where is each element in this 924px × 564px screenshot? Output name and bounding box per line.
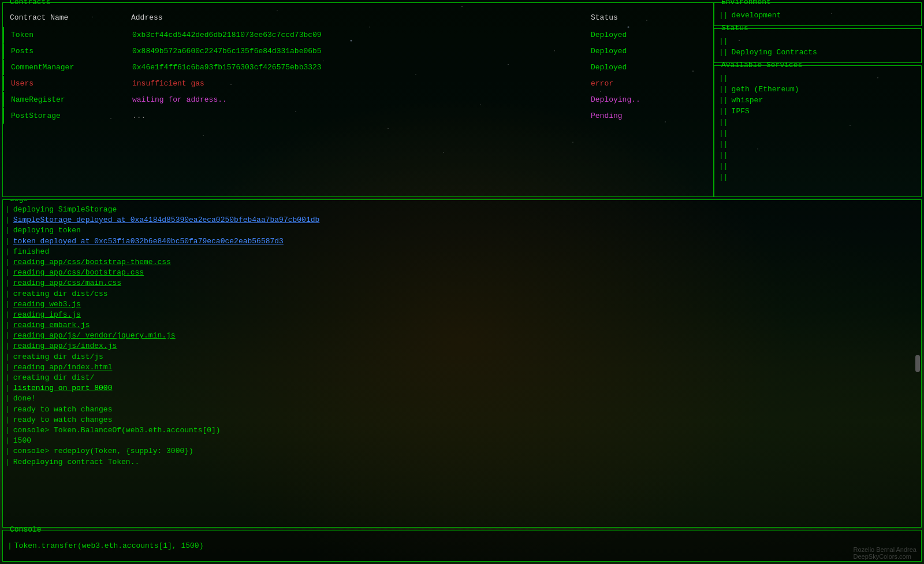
log-text: console> redeploy(Token, {supply: 3000}) <box>13 446 193 457</box>
pipe-icon: || <box>719 162 728 170</box>
contract-status-posts: Deployed <box>591 47 706 55</box>
table-header: Contract Name Address Status <box>3 9 713 27</box>
list-item: | reading app/css/bootstrap.css <box>5 268 919 278</box>
log-text: reading app/css/bootstrap-theme.css <box>13 257 171 268</box>
pipe-icon: || <box>719 85 728 94</box>
log-pipe-icon: | <box>5 457 10 467</box>
pipe-icon: || <box>719 118 728 127</box>
environment-title: Environment <box>719 0 773 6</box>
log-text: reading ipfs.js <box>13 310 81 320</box>
log-text: listening on port 8000 <box>13 383 113 394</box>
contract-address-nameregister: waiting for address.. <box>126 95 591 104</box>
status-panel: Status || || Deploying Contracts <box>714 28 922 63</box>
contract-status-poststorage: Pending <box>591 112 706 120</box>
pipe-icon: || <box>719 129 728 138</box>
scrollbar[interactable] <box>915 355 920 372</box>
log-text: Redeploying contract Token.. <box>13 457 139 467</box>
log-pipe-icon: | <box>5 289 10 299</box>
contract-status-users: error <box>591 79 706 88</box>
log-text: creating dir dist/css <box>13 289 108 299</box>
list-item: | 1500 <box>5 436 919 446</box>
contract-name-poststorage: PostStorage <box>11 112 126 120</box>
log-pipe-icon: | <box>5 446 10 457</box>
pipe-icon: || <box>719 48 728 57</box>
service-row-geth: || geth (Ethereum) <box>719 84 916 95</box>
console-panel: Console | Rozelio Bernal AndreaDeepSkyCo… <box>2 530 922 562</box>
list-item: | reading app/js/index.js <box>5 341 919 351</box>
list-item: | reading app/css/main.css <box>5 278 919 288</box>
log-pipe-icon: | <box>5 215 10 225</box>
logs-content: | deploying SimpleStorage | SimpleStorag… <box>3 200 921 510</box>
pipe-icon: || <box>719 151 728 159</box>
log-pipe-icon: | <box>5 425 10 436</box>
services-panel: Available Services || || geth (Ethereum)… <box>714 65 922 197</box>
environment-row: || development <box>719 10 916 21</box>
logs-panel: Logs | deploying SimpleStorage | SimpleS… <box>2 199 922 528</box>
list-item: | finished <box>5 247 919 257</box>
list-item: | reading app/index.html <box>5 362 919 373</box>
pipe-icon: || <box>719 107 728 116</box>
contract-name-users: Users <box>11 79 126 88</box>
contract-name-token: Token <box>11 31 126 39</box>
log-pipe-icon: | <box>5 247 10 257</box>
log-pipe-icon: | <box>5 383 10 394</box>
log-text: finished <box>13 247 49 257</box>
header-status: Status <box>591 13 706 22</box>
log-pipe-icon: | <box>5 394 10 404</box>
log-pipe-icon: | <box>5 268 10 278</box>
contract-address-commentmanager: 0x46e1f4ff61c6ba93fb1576303cf426575ebb33… <box>126 63 591 72</box>
services-empty-row: || <box>719 73 916 84</box>
log-text: done! <box>13 394 36 404</box>
contract-status-token: Deployed <box>591 31 706 39</box>
log-text: reading app/js/index.js <box>13 341 117 351</box>
list-item: | console> redeploy(Token, {supply: 3000… <box>5 446 919 457</box>
list-item: | SimpleStorage deployed at 0xa4184d8539… <box>5 215 919 225</box>
table-row: CommentManager 0x46e1f4ff61c6ba93fb15763… <box>3 60 713 75</box>
list-item: | token deployed at 0xc53f1a032b6e840bc5… <box>5 236 919 247</box>
service-whisper: whisper <box>732 96 763 105</box>
log-text: ready to watch changes <box>13 415 113 425</box>
log-pipe-icon: | <box>5 373 10 383</box>
contract-status-commentmanager: Deployed <box>591 63 706 72</box>
list-item: | reading ipfs.js <box>5 310 919 320</box>
table-row: NameRegister waiting for address.. Deplo… <box>3 92 713 107</box>
contract-address-posts: 0x8849b572a6600c2247b6c135f6e84d331abe06… <box>126 47 591 55</box>
console-input[interactable] <box>14 541 916 550</box>
service-ipfs: IPFS <box>732 107 750 116</box>
list-item: | Redeploying contract Token.. <box>5 457 919 467</box>
header-address: Address <box>125 13 591 22</box>
list-item: | console> Token.BalanceOf(web3.eth.acco… <box>5 425 919 436</box>
table-row: PostStorage ... Pending <box>3 108 713 124</box>
log-text: reading web3.js <box>13 299 81 310</box>
service-geth: geth (Ethereum) <box>732 85 799 94</box>
log-pipe-icon: | <box>5 236 10 247</box>
log-pipe-icon: | <box>5 352 10 362</box>
contracts-table: Contract Name Address Status Token 0xb3c… <box>3 3 713 124</box>
log-text: deploying token <box>13 225 81 236</box>
list-item: | deploying token <box>5 225 919 236</box>
contracts-panel: Contracts Contract Name Address Status T… <box>2 2 714 197</box>
status-title: Status <box>719 24 751 32</box>
log-pipe-icon: | <box>5 278 10 288</box>
environment-value: development <box>732 11 781 20</box>
log-text: reading embark.js <box>13 320 90 331</box>
log-text: SimpleStorage deployed at 0xa4184d85390e… <box>13 215 320 225</box>
service-row-whisper: || whisper <box>719 95 916 106</box>
list-item: | creating dir dist/css <box>5 289 919 299</box>
console-input-row: | <box>3 530 921 561</box>
log-text: reading app/css/bootstrap.css <box>13 268 144 278</box>
status-value-row: || Deploying Contracts <box>719 47 916 58</box>
list-item: | reading app/js/_vendor/jquery.min.js <box>5 331 919 341</box>
contract-address-poststorage: ... <box>126 112 591 120</box>
log-pipe-icon: | <box>5 205 10 215</box>
list-item: | reading embark.js <box>5 320 919 331</box>
pipe-icon: || <box>719 140 728 149</box>
log-text: 1500 <box>13 436 31 446</box>
pipe-icon: || <box>719 173 728 181</box>
log-pipe-icon: | <box>5 362 10 373</box>
log-pipe-icon: | <box>5 225 10 236</box>
log-pipe-icon: | <box>5 341 10 351</box>
contract-name-nameregister: NameRegister <box>11 95 126 104</box>
status-row: || <box>719 36 916 47</box>
log-text: reading app/index.html <box>13 362 113 373</box>
